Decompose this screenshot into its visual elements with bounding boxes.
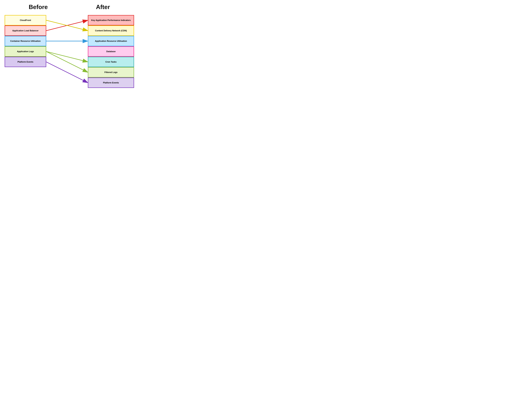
before-container: Container Resource Utilisation bbox=[5, 36, 46, 46]
before-alb: Application Load Balancer bbox=[5, 26, 46, 36]
after-database: Database bbox=[88, 46, 134, 57]
svg-line-5 bbox=[46, 20, 88, 31]
after-cdn: Content Delivery Network (CDN) bbox=[88, 26, 134, 36]
svg-line-9 bbox=[46, 52, 88, 72]
after-appresource: Application Resource Utilisation bbox=[88, 36, 134, 46]
before-cloudfront: CloudFront bbox=[5, 15, 46, 26]
svg-line-8 bbox=[46, 52, 88, 62]
before-title: Before bbox=[29, 3, 48, 10]
before-applogs: Application Logs bbox=[5, 46, 46, 57]
after-title: After bbox=[96, 3, 110, 10]
after-column: Key Application Performance Indicators C… bbox=[88, 15, 134, 88]
after-filteredlogs: Filtered Logs bbox=[88, 67, 134, 78]
svg-line-10 bbox=[46, 62, 88, 83]
svg-line-6 bbox=[46, 20, 88, 31]
after-crontasks: Cron Tasks bbox=[88, 57, 134, 67]
before-platformevents: Platform Events bbox=[5, 57, 46, 67]
diagram: CloudFront Application Load Balancer Con… bbox=[5, 15, 134, 88]
after-kapi: Key Application Performance Indicators bbox=[88, 15, 134, 26]
before-column: CloudFront Application Load Balancer Con… bbox=[5, 15, 46, 88]
after-platformevents: Platform Events bbox=[88, 78, 134, 88]
